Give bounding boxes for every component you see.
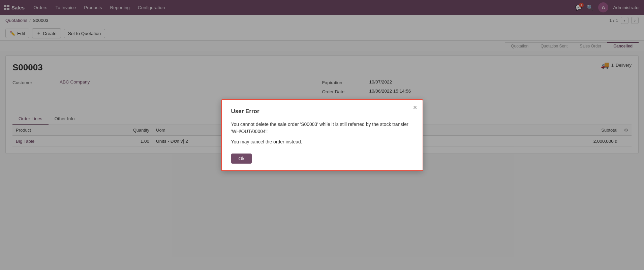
- modal-title: User Error: [231, 108, 413, 115]
- modal-overlay: User Error × You cannot delete the sale …: [0, 0, 644, 158]
- modal-message-2: You may cancel the order instead.: [231, 138, 413, 145]
- modal-body: You cannot delete the sale order 'S00003…: [231, 121, 413, 145]
- user-error-modal: User Error × You cannot delete the sale …: [221, 99, 423, 158]
- modal-footer: Ok: [231, 154, 413, 158]
- modal-close-button[interactable]: ×: [413, 104, 417, 111]
- modal-message-1: You cannot delete the sale order 'S00003…: [231, 121, 413, 135]
- ok-button[interactable]: Ok: [231, 154, 252, 158]
